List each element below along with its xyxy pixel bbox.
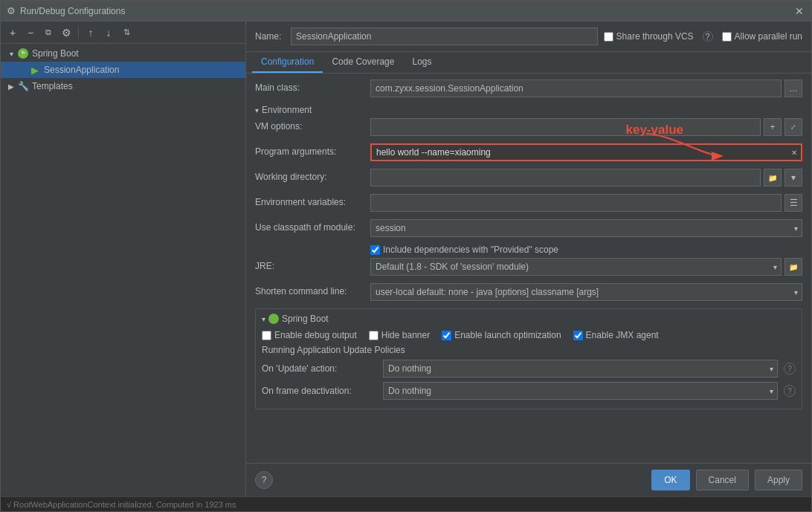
run-debug-dialog: ⚙ Run/Debug Configurations ✕ + − ⧉ ⚙ ↑ ↓…: [0, 0, 812, 512]
spring-boot-section-icon: [268, 314, 279, 324]
spring-boot-group-label: Spring Boot: [32, 48, 79, 59]
title-bar: ⚙ Run/Debug Configurations ✕: [1, 1, 811, 22]
shorten-cmd-select-wrapper: user-local default: none - java [options…: [370, 283, 802, 301]
hide-banner-label[interactable]: Hide banner: [369, 330, 430, 340]
run-config-icon: ▶: [29, 64, 41, 76]
env-vars-row: Environment variables: ☰: [255, 194, 802, 215]
environment-section-header[interactable]: ▾ Environment: [255, 105, 802, 115]
enable-launch-checkbox[interactable]: [442, 331, 451, 340]
share-vcs-checkbox[interactable]: [604, 32, 613, 42]
sidebar-item-templates[interactable]: ▶ 🔧 Templates: [1, 78, 245, 94]
env-vars-control: ☰: [370, 194, 802, 212]
sort-button[interactable]: ⇅: [119, 25, 134, 40]
classpath-select[interactable]: session: [370, 219, 802, 237]
settings-config-button[interactable]: ⚙: [59, 25, 74, 40]
help-button[interactable]: ?: [255, 471, 273, 489]
working-dir-control: 📁 ▾: [370, 169, 802, 187]
sidebar: + − ⧉ ⚙ ↑ ↓ ⇅ ▾ 🍃 Spring Boot: [1, 22, 246, 496]
vm-options-expand-button[interactable]: ⤢: [784, 118, 802, 136]
jre-control: Default (1.8 - SDK of 'session' module) …: [370, 258, 802, 276]
close-button[interactable]: ✕: [793, 5, 805, 17]
main-class-value: com.zyxx.session.SessionApplication: [370, 80, 782, 97]
running-app-section: Running Application Update Policies On '…: [262, 345, 796, 400]
vm-options-row: VM options: + ⤢: [255, 118, 802, 139]
config-body: Main class: com.zyxx.session.SessionAppl…: [246, 74, 811, 463]
update-action-help-icon[interactable]: ?: [784, 363, 796, 375]
spring-boot-chevron-icon: ▾: [262, 315, 265, 323]
apply-button[interactable]: Apply: [755, 470, 802, 490]
copy-config-button[interactable]: ⧉: [41, 25, 56, 40]
enable-debug-label[interactable]: Enable debug output: [262, 330, 357, 340]
share-vcs-help-icon[interactable]: ?: [703, 31, 713, 42]
env-chevron-icon: ▾: [255, 106, 259, 114]
working-dir-row: Working directory: 📁 ▾: [255, 169, 802, 189]
env-vars-label: Environment variables:: [255, 194, 370, 207]
env-vars-browse-button[interactable]: ☰: [784, 194, 802, 212]
frame-deactivation-help-icon[interactable]: ?: [784, 385, 796, 397]
cancel-button[interactable]: Cancel: [696, 470, 749, 490]
tab-configuration[interactable]: Configuration: [252, 52, 323, 73]
program-args-control: ✕: [370, 143, 802, 161]
allow-parallel-checkbox[interactable]: [722, 32, 732, 42]
move-up-button[interactable]: ↑: [83, 25, 98, 40]
working-dir-input[interactable]: [370, 169, 761, 187]
classpath-row: Use classpath of module: session: [255, 219, 802, 240]
include-deps-checkbox[interactable]: [370, 245, 380, 255]
vm-options-control: + ⤢: [370, 118, 802, 136]
shorten-cmd-label: Shorten command line:: [255, 283, 370, 296]
share-vcs-label[interactable]: Share through VCS: [604, 31, 694, 42]
working-dir-browse-button[interactable]: 📁: [764, 169, 782, 187]
toolbar-separator: [78, 27, 79, 39]
hide-banner-checkbox[interactable]: [369, 331, 378, 340]
program-args-expand-button[interactable]: ✕: [786, 143, 802, 161]
spring-boot-section-header[interactable]: ▾ Spring Boot: [262, 314, 796, 324]
frame-deactivation-row: On frame deactivation: Do nothing Update…: [262, 382, 796, 400]
enable-jmx-label[interactable]: Enable JMX agent: [573, 330, 659, 340]
tab-bar: Configuration Code Coverage Logs: [246, 52, 811, 74]
move-down-button[interactable]: ↓: [101, 25, 116, 40]
shorten-cmd-row: Shorten command line: user-local default…: [255, 283, 802, 304]
name-input[interactable]: [291, 27, 598, 45]
enable-debug-checkbox[interactable]: [262, 331, 271, 340]
vm-options-label: VM options:: [255, 118, 370, 132]
add-config-button[interactable]: +: [5, 25, 20, 40]
bottom-right: OK Cancel Apply: [651, 470, 802, 490]
enable-launch-label[interactable]: Enable launch optimization: [442, 330, 561, 340]
working-dir-dropdown-button[interactable]: ▾: [784, 169, 802, 187]
enable-jmx-checkbox[interactable]: [573, 331, 583, 340]
allow-parallel-label[interactable]: Allow parallel run: [722, 31, 802, 42]
dialog-icon: ⚙: [7, 5, 16, 16]
program-args-label: Program arguments:: [255, 143, 370, 157]
tab-logs[interactable]: Logs: [403, 52, 440, 73]
tab-code-coverage[interactable]: Code Coverage: [323, 52, 403, 73]
ok-button[interactable]: OK: [651, 470, 689, 490]
classpath-label: Use classpath of module:: [255, 219, 370, 233]
shorten-cmd-control: user-local default: none - java [options…: [370, 283, 802, 301]
jre-browse-button[interactable]: 📁: [784, 258, 802, 276]
environment-label: Environment: [262, 105, 312, 115]
sidebar-item-spring-boot-group[interactable]: ▾ 🍃 Spring Boot: [1, 45, 245, 62]
session-application-label: SessionApplication: [44, 65, 119, 75]
chevron-down-icon: ▾: [7, 49, 16, 58]
jre-row: JRE: Default (1.8 - SDK of 'session' mod…: [255, 258, 802, 279]
main-class-row: Main class: com.zyxx.session.SessionAppl…: [255, 80, 802, 100]
frame-deactivation-select[interactable]: Do nothing Update classes and resources …: [383, 382, 778, 400]
jre-select[interactable]: Default (1.8 - SDK of 'session' module): [370, 258, 782, 276]
update-action-select[interactable]: Do nothing Update classes and resources …: [383, 360, 778, 377]
status-bar: √ RootWebApplicationContext initialized.…: [1, 496, 811, 511]
sidebar-toolbar: + − ⧉ ⚙ ↑ ↓ ⇅: [1, 22, 245, 44]
name-label: Name:: [255, 31, 285, 42]
templates-label: Templates: [32, 81, 73, 91]
vm-options-input[interactable]: [370, 118, 761, 136]
sidebar-item-session-application[interactable]: ▾ ▶ SessionApplication: [1, 62, 245, 78]
include-deps-label[interactable]: Include dependencies with "Provided" sco…: [370, 244, 558, 255]
vm-options-add-button[interactable]: +: [764, 118, 782, 136]
env-vars-input[interactable]: [370, 194, 782, 212]
main-class-browse-button[interactable]: …: [784, 80, 802, 97]
bottom-bar: ? OK Cancel Apply: [246, 463, 811, 496]
spring-boot-section-label: Spring Boot: [282, 314, 329, 324]
remove-config-button[interactable]: −: [23, 25, 38, 40]
program-args-input[interactable]: [370, 143, 802, 161]
shorten-cmd-select[interactable]: user-local default: none - java [options…: [370, 283, 802, 301]
chevron-right-icon: ▶: [7, 82, 16, 91]
